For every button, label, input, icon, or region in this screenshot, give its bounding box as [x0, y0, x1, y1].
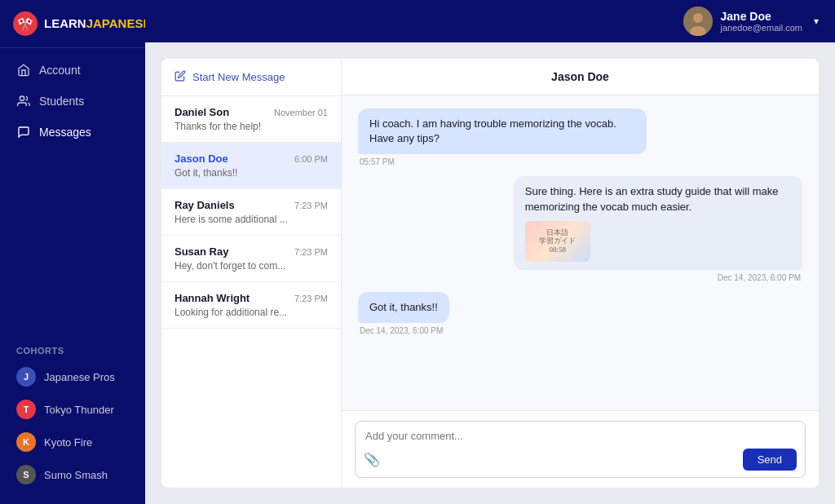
msg-preview-jason: Got it, thanks!!: [175, 167, 328, 179]
msg-time-susan: 7:23 PM: [294, 247, 328, 257]
message-list-item-hannah[interactable]: Hannah Wright 7:23 PM Looking for additi…: [161, 282, 341, 329]
message-list-item-daniel[interactable]: Daniel Son November 01 Thanks for the he…: [161, 96, 341, 143]
cohort-badge-tokyo-thunder: T: [16, 400, 36, 419]
cohort-badge-japanese-pros: J: [16, 367, 36, 387]
cohorts-section: Cohorts J Japanese Pros T Tokyo Thunder …: [0, 333, 145, 504]
bubble-time-2: Dec 14, 2023, 6:00 PM: [716, 273, 802, 282]
bubble-time-1: 05:57 PM: [358, 157, 396, 166]
sidebar-item-students[interactable]: Students: [0, 86, 145, 117]
chat-message-1: Hi coach. I am having trouble memorizing…: [358, 108, 802, 166]
bubble-text-2: Sure thing. Here is an extra study guide…: [525, 185, 779, 212]
msg-time-ray: 7:23 PM: [294, 201, 328, 210]
bubble-image: 日本語学習ガイド08:58: [525, 221, 590, 262]
logo-text: LEARNJAPANESE: [44, 16, 151, 31]
bubble-text-3: Got it, thanks!!: [358, 292, 449, 323]
cohort-badge-sumo-smash: S: [16, 465, 36, 484]
new-message-label: Start New Message: [192, 71, 285, 83]
msg-name-ray: Ray Daniels: [175, 199, 235, 211]
nav-section: Account Students Messages: [0, 48, 145, 333]
user-menu[interactable]: Jane Doe janedoe@email.com ▾: [683, 7, 819, 36]
msg-name-daniel: Daniel Son: [175, 106, 229, 118]
messages-label: Messages: [39, 126, 91, 139]
message-list: Daniel Son November 01 Thanks for the he…: [161, 96, 341, 488]
bubble-2: Sure thing. Here is an extra study guide…: [514, 176, 802, 269]
message-list-item-jason[interactable]: Jason Doe 6:00 PM Got it, thanks!!: [161, 143, 341, 189]
avatar: [683, 7, 713, 36]
send-button[interactable]: Send: [743, 449, 797, 471]
messages-list-panel: Start New Message Daniel Son November 01…: [161, 59, 341, 488]
input-toolbar: 📎 Send: [364, 449, 797, 471]
msg-name-susan: Susan Ray: [175, 245, 228, 258]
message-list-item-susan[interactable]: Susan Ray 7:23 PM Hey, don't forget to c…: [161, 236, 341, 282]
main-area: Jane Doe janedoe@email.com ▾ Start New M…: [145, 0, 835, 504]
svg-point-0: [20, 96, 24, 100]
cohort-japanese-pros[interactable]: J Japanese Pros: [0, 360, 145, 393]
msg-preview-susan: Hey, don't forget to com...: [175, 260, 328, 272]
msg-preview-ray: Here is some additional ...: [175, 214, 328, 225]
logo-japanese: JAPANESE: [86, 16, 152, 30]
chat-header: Jason Doe: [342, 59, 819, 95]
sidebar: 🎌 LEARNJAPANESE Account Students Message…: [0, 0, 145, 504]
msg-time-hannah: 7:23 PM: [294, 294, 328, 303]
students-label: Students: [39, 95, 84, 108]
msg-name-hannah: Hannah Wright: [175, 292, 250, 304]
bubble-text-1: Hi coach. I am having trouble memorizing…: [358, 108, 647, 154]
cohort-label-tokyo-thunder: Tokyo Thunder: [44, 404, 114, 416]
msg-time-jason: 6:00 PM: [294, 154, 328, 164]
cohort-label-japanese-pros: Japanese Pros: [44, 371, 115, 383]
logo: 🎌 LEARNJAPANESE: [0, 0, 145, 48]
messages-icon: [16, 125, 31, 139]
svg-point-2: [693, 13, 703, 23]
cohort-badge-kyoto-fire: K: [16, 432, 36, 452]
sidebar-item-messages[interactable]: Messages: [0, 117, 145, 148]
user-name: Jane Doe: [721, 10, 802, 23]
chat-input-area: 📎 Send: [342, 410, 819, 488]
attach-icon[interactable]: 📎: [364, 452, 380, 467]
new-message-button[interactable]: Start New Message: [161, 59, 341, 96]
topbar: Jane Doe janedoe@email.com ▾: [145, 0, 835, 42]
cohort-tokyo-thunder[interactable]: T Tokyo Thunder: [0, 393, 145, 426]
sidebar-item-account[interactable]: Account: [0, 55, 145, 86]
account-label: Account: [39, 64, 81, 77]
msg-name-jason: Jason Doe: [175, 153, 228, 165]
user-email: janedoe@email.com: [721, 23, 802, 33]
msg-time-daniel: November 01: [274, 108, 328, 117]
users-icon: [16, 94, 31, 108]
msg-preview-daniel: Thanks for the help!: [175, 121, 328, 132]
bubble-time-3: Dec 14, 2023, 6:00 PM: [358, 326, 444, 335]
cohort-sumo-smash[interactable]: S Sumo Smash: [0, 458, 145, 491]
chat-message-2: Sure thing. Here is an extra study guide…: [358, 176, 802, 281]
user-details: Jane Doe janedoe@email.com: [721, 10, 802, 33]
cohorts-label: Cohorts: [0, 339, 145, 360]
chat-input-box: 📎 Send: [355, 421, 806, 478]
cohort-label-sumo-smash: Sumo Smash: [44, 469, 108, 481]
chat-panel: Jason Doe Hi coach. I am having trouble …: [341, 59, 819, 488]
message-list-item-ray[interactable]: Ray Daniels 7:23 PM Here is some additio…: [161, 189, 341, 236]
chat-messages: Hi coach. I am having trouble memorizing…: [342, 95, 819, 410]
comment-input[interactable]: [365, 430, 795, 442]
chevron-down-icon: ▾: [814, 15, 819, 27]
image-text: 日本語学習ガイド08:58: [536, 225, 579, 258]
chat-message-3: Got it, thanks!! Dec 14, 2023, 6:00 PM: [358, 292, 802, 335]
cohort-label-kyoto-fire: Kyoto Fire: [44, 436, 92, 449]
content-area: Start New Message Daniel Son November 01…: [145, 42, 835, 504]
logo-icon: 🎌: [13, 11, 38, 36]
logo-learn: LEARN: [44, 16, 86, 30]
edit-icon: [175, 70, 186, 84]
cohort-kyoto-fire[interactable]: K Kyoto Fire: [0, 426, 145, 458]
home-icon: [16, 63, 31, 77]
msg-preview-hannah: Looking for additional re...: [175, 307, 328, 318]
